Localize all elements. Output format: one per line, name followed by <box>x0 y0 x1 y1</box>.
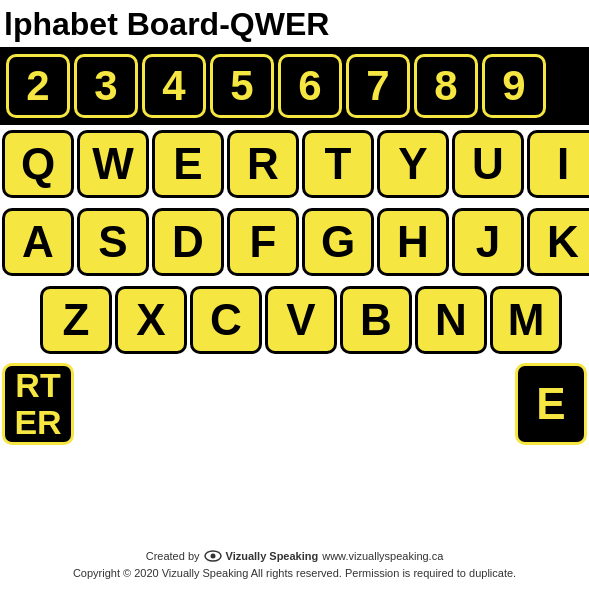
footer: Created by Vizually Speaking www.vizuall… <box>0 548 589 581</box>
key-k[interactable]: K <box>527 208 589 276</box>
number-row: 2 3 4 5 6 7 8 9 <box>0 47 589 125</box>
key-s[interactable]: S <box>77 208 149 276</box>
eye-icon <box>204 550 222 562</box>
row-zxcv: Z X C V B N M <box>0 281 589 359</box>
key-7[interactable]: 7 <box>346 54 410 118</box>
bottom-left-line2: ER <box>14 404 61 441</box>
title-text: lphabet Board-QWER <box>4 6 329 42</box>
key-n[interactable]: N <box>415 286 487 354</box>
row-asdf: A S D F G H J K <box>0 203 589 281</box>
key-e[interactable]: E <box>152 130 224 198</box>
key-d[interactable]: D <box>152 208 224 276</box>
key-f[interactable]: F <box>227 208 299 276</box>
key-h[interactable]: H <box>377 208 449 276</box>
key-q[interactable]: Q <box>2 130 74 198</box>
bottom-right-label: E <box>536 379 565 429</box>
key-v[interactable]: V <box>265 286 337 354</box>
page-title: lphabet Board-QWER <box>0 0 589 47</box>
key-5[interactable]: 5 <box>210 54 274 118</box>
footer-brand: Vizually Speaking <box>226 548 319 565</box>
key-b[interactable]: B <box>340 286 412 354</box>
key-a[interactable]: A <box>2 208 74 276</box>
key-6[interactable]: 6 <box>278 54 342 118</box>
key-w[interactable]: W <box>77 130 149 198</box>
row-qwerty: Q W E R T Y U I O <box>0 125 589 203</box>
key-8[interactable]: 8 <box>414 54 478 118</box>
key-z[interactable]: Z <box>40 286 112 354</box>
bottom-row: RT ER E <box>0 359 589 449</box>
key-c[interactable]: C <box>190 286 262 354</box>
key-m[interactable]: M <box>490 286 562 354</box>
footer-url: www.vizuallyspeaking.ca <box>322 548 443 565</box>
key-t[interactable]: T <box>302 130 374 198</box>
svg-point-1 <box>210 554 215 559</box>
key-y[interactable]: Y <box>377 130 449 198</box>
key-g[interactable]: G <box>302 208 374 276</box>
footer-copyright: Copyright © 2020 Vizually Speaking All r… <box>0 565 589 582</box>
footer-created-line: Created by Vizually Speaking www.vizuall… <box>0 548 589 565</box>
key-j[interactable]: J <box>452 208 524 276</box>
key-u[interactable]: U <box>452 130 524 198</box>
key-4[interactable]: 4 <box>142 54 206 118</box>
key-x[interactable]: X <box>115 286 187 354</box>
bottom-left-line1: RT <box>15 367 60 404</box>
key-2[interactable]: 2 <box>6 54 70 118</box>
key-3[interactable]: 3 <box>74 54 138 118</box>
key-i[interactable]: I <box>527 130 589 198</box>
app: lphabet Board-QWER 2 3 4 5 6 7 8 9 Q W E… <box>0 0 589 589</box>
footer-created-label: Created by <box>146 548 200 565</box>
key-9[interactable]: 9 <box>482 54 546 118</box>
key-rter[interactable]: RT ER <box>2 363 74 445</box>
key-r[interactable]: R <box>227 130 299 198</box>
key-e-right[interactable]: E <box>515 363 587 445</box>
